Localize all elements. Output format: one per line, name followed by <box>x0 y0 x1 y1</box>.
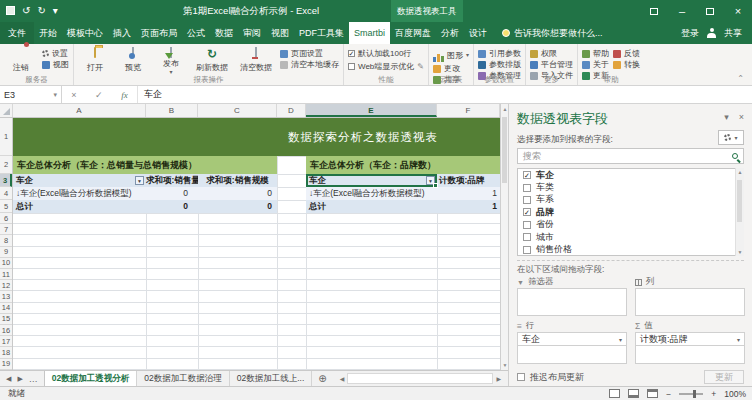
pivot-right-header-车企[interactable]: 车企 ▼ <box>306 174 437 187</box>
cancel-icon[interactable]: × <box>71 90 76 100</box>
ribbon-tab-开始[interactable]: 开始 <box>34 22 62 44</box>
ribbon-tab-Smartbi[interactable]: Smartbi <box>349 22 390 44</box>
filter-icon[interactable]: ▼ <box>426 176 435 185</box>
ribbon-tab-分析[interactable]: 分析 <box>436 22 464 44</box>
update-button[interactable]: 更新 <box>704 370 744 384</box>
pivot-left-header-销售量[interactable]: 求和项:销售量 <box>146 174 198 187</box>
pivot-right-value[interactable]: 1 <box>437 187 500 200</box>
ribbon-tab-模板中心[interactable]: 模板中心 <box>62 22 108 44</box>
zoom-out-icon[interactable]: − <box>666 389 671 399</box>
name-box[interactable]: E3 ▾ <box>0 86 62 103</box>
row-header-4[interactable]: 4 <box>0 187 12 200</box>
rows-area-item[interactable]: 车企 ▾ <box>517 332 627 346</box>
zoom-in-icon[interactable]: + <box>711 389 716 399</box>
sheet-more-icon[interactable]: … <box>29 374 38 384</box>
field-item-品牌[interactable]: ✓品牌 <box>518 206 743 218</box>
ribbon-tab-插入[interactable]: 插入 <box>108 22 136 44</box>
zoom-level[interactable]: 100% <box>724 389 746 399</box>
logout-button[interactable]: 注销 <box>4 46 38 75</box>
filter-icon[interactable]: ▼ <box>135 176 144 185</box>
filters-area-box[interactable] <box>517 288 627 316</box>
page-layout-view-icon[interactable] <box>628 389 639 398</box>
columns-area-box[interactable] <box>635 288 745 316</box>
ribbon-tab-file[interactable]: 文件 <box>0 22 34 44</box>
row-header-19[interactable]: 19 <box>0 359 12 370</box>
scroll-right-icon[interactable]: ▶ <box>493 375 504 382</box>
row-header-16[interactable]: 16 <box>0 325 12 336</box>
help-button[interactable]: 帮助 <box>582 49 609 58</box>
page-break-view-icon[interactable] <box>647 389 658 398</box>
row-header-3[interactable]: 3 <box>0 174 12 187</box>
field-item-省份[interactable]: 省份 <box>518 219 743 231</box>
normal-view-icon[interactable] <box>609 389 620 398</box>
web-optimize-checkbox[interactable]: Web端显示优化✎ <box>348 62 424 71</box>
collapse-ribbon-icon[interactable]: ⌃ <box>737 74 744 83</box>
row-header-8[interactable]: 8 <box>0 235 12 246</box>
pivot-left-total-value[interactable]: 0 <box>198 200 277 213</box>
scroll-up-icon[interactable]: ▲ <box>736 169 744 175</box>
row-header-12[interactable]: 12 <box>0 280 12 291</box>
view-button[interactable]: 视图 <box>42 60 69 69</box>
zoom-slider-thumb[interactable] <box>693 390 696 398</box>
checkbox-unchecked-icon[interactable] <box>523 221 531 229</box>
checkbox-unchecked-icon[interactable] <box>523 196 531 204</box>
row-header-10[interactable]: 10 <box>0 258 12 269</box>
row-header-7[interactable]: 7 <box>0 224 12 235</box>
close-icon[interactable]: × <box>724 0 752 22</box>
ribbon-tab-数据[interactable]: 数据 <box>210 22 238 44</box>
ribbon-tab-审阅[interactable]: 审阅 <box>238 22 266 44</box>
undo-icon[interactable]: ↺ <box>22 6 30 16</box>
values-area-item[interactable]: 计数项:品牌 ▾ <box>635 332 745 346</box>
pivot-left-total-value[interactable]: 0 <box>146 200 198 213</box>
sheet-prev-icon[interactable]: ◀ <box>6 375 11 383</box>
ribbon-tab-视图[interactable]: 视图 <box>266 22 294 44</box>
pivot-left-header-销售规模[interactable]: 求和项:销售规模 <box>198 174 277 187</box>
scroll-down-icon[interactable]: ▼ <box>501 362 508 368</box>
column-header-C[interactable]: C <box>198 104 277 117</box>
row-header-1[interactable]: 1 <box>0 118 12 156</box>
row-header-17[interactable]: 17 <box>0 336 12 347</box>
defer-layout-checkbox[interactable] <box>517 373 525 381</box>
page-setup-button[interactable]: 页面设置 <box>280 49 339 58</box>
enter-icon[interactable]: ✓ <box>95 90 103 100</box>
field-list-scrollbar[interactable]: ▲ ▼ <box>735 168 744 256</box>
clear-cache-button[interactable]: 清空本地缓存 <box>280 60 339 69</box>
row-header-9[interactable]: 9 <box>0 247 12 258</box>
pivot-left-header-车企[interactable]: 车企 ▼ <box>13 174 146 187</box>
row-header-2[interactable]: 2 <box>0 156 12 174</box>
load-100-checkbox[interactable]: ✓默认加载100行 <box>348 49 424 58</box>
share-button[interactable]: 共享 <box>724 27 742 40</box>
row-header-5[interactable]: 5 <box>0 200 12 213</box>
pane-options-chevron-icon[interactable]: ▾ <box>724 112 729 122</box>
permissions-button[interactable]: 权限 <box>530 49 573 58</box>
column-header-D[interactable]: D <box>277 104 306 117</box>
feedback-button[interactable]: 反馈 <box>613 49 640 58</box>
settings-button[interactable]: 设置 <box>42 49 69 58</box>
platform-manage-button[interactable]: 平台管理 <box>530 60 573 69</box>
checkbox-unchecked-icon[interactable] <box>523 233 531 241</box>
new-sheet-icon[interactable]: ⊕ <box>312 371 332 386</box>
qat-customize-icon[interactable]: ▾ <box>53 6 58 16</box>
field-item-车系[interactable]: 车系 <box>518 194 743 206</box>
vertical-scroll-thumb[interactable] <box>502 117 507 183</box>
field-item-车类[interactable]: 车类 <box>518 181 743 193</box>
param-layout-button[interactable]: 参数排版 <box>478 60 521 69</box>
row-header-11[interactable]: 11 <box>0 269 12 280</box>
pivot-right-total-label[interactable]: 总计 <box>306 200 437 213</box>
field-options-button[interactable]: ▾ <box>718 130 744 145</box>
checkbox-unchecked-icon[interactable] <box>523 246 531 254</box>
publish-button[interactable]: 发布▾ <box>154 46 188 75</box>
row-header-6[interactable]: 6 <box>0 213 12 224</box>
sheet-tab-02数据加工透视分析[interactable]: 02数据加工透视分析 <box>44 371 137 386</box>
about-button[interactable]: 关于 <box>582 60 609 69</box>
graph-button[interactable]: 图形▾ <box>433 49 469 62</box>
signin-button[interactable]: 登录 <box>681 27 699 40</box>
ribbon-tab-公式[interactable]: 公式 <box>182 22 210 44</box>
formula-input[interactable]: 车企 <box>138 86 752 103</box>
pivot-left-value[interactable]: 0 <box>146 187 198 200</box>
right-section-title[interactable]: 车企总体分析（车企：品牌数） <box>306 156 500 174</box>
redo-icon[interactable]: ↻ <box>37 6 45 16</box>
row-header-13[interactable]: 13 <box>0 291 12 302</box>
preview-button[interactable]: 预览 <box>116 46 150 75</box>
ribbon-display-options-icon[interactable] <box>640 0 668 22</box>
